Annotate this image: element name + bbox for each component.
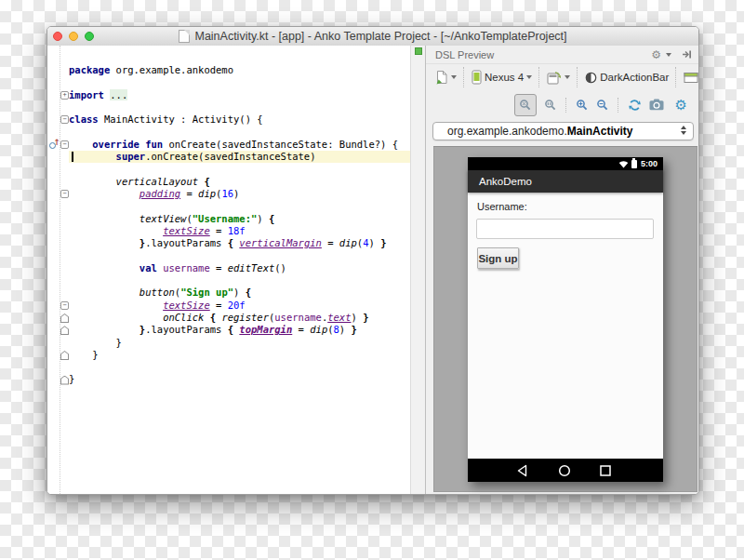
code-line[interactable] <box>69 163 410 175</box>
layout-file-icon <box>435 70 448 85</box>
code-line[interactable] <box>69 249 410 261</box>
hide-panel-icon[interactable] <box>682 49 692 60</box>
actionbar-config-button[interactable] <box>684 72 699 84</box>
layout-variant-button[interactable] <box>435 70 457 85</box>
orientation-selector[interactable] <box>547 71 570 85</box>
phone-action-bar: AnkoDemo <box>468 170 663 193</box>
code-line[interactable]: package org.example.ankodemo <box>69 64 410 76</box>
device-icon <box>472 70 482 85</box>
code-line[interactable]: button("Sign up") { <box>69 287 410 299</box>
code-line[interactable]: padding = dip(16) <box>69 188 410 200</box>
fold-end-icon[interactable] <box>60 313 69 323</box>
toolbar-separator <box>618 98 619 113</box>
fold-minus-icon[interactable]: − <box>60 115 69 124</box>
phone-nav-bar <box>468 459 663 482</box>
code-line[interactable]: }.layoutParams { topMargin = dip(8) } <box>69 324 410 336</box>
code-line[interactable] <box>69 126 410 138</box>
code-line[interactable]: textSize = 18f <box>69 225 410 237</box>
device-selector[interactable]: Nexus 4 <box>472 70 532 85</box>
inspection-status-icon[interactable] <box>415 47 422 55</box>
toolbar-separator <box>675 67 677 87</box>
phone-content: Username: Sign up <box>468 193 663 459</box>
code-line[interactable] <box>69 274 410 287</box>
preview-canvas: 5:00 AnkoDemo Username: Sign up <box>433 146 698 492</box>
toolbar-separator <box>463 67 465 87</box>
settings-button[interactable]: ⚙ <box>675 98 687 112</box>
fold-minus-icon[interactable]: − <box>60 140 69 149</box>
code-line[interactable]: } <box>69 349 410 361</box>
code-line[interactable]: super.onCreate(savedInstanceState) <box>69 151 410 163</box>
dsl-preview-header: DSL Preview ⚙ <box>426 46 698 64</box>
code-line[interactable] <box>69 101 410 113</box>
screenshot-button[interactable] <box>649 99 664 111</box>
toolbar-separator <box>565 98 567 113</box>
fold-end-icon[interactable] <box>60 351 69 360</box>
code-line[interactable] <box>69 200 410 212</box>
zoom-out-button[interactable] <box>596 99 609 112</box>
minimize-icon[interactable] <box>69 32 78 41</box>
code-line[interactable]: onClick { register(username.text) } <box>69 312 410 324</box>
zoom-fit-button[interactable] <box>514 94 537 116</box>
phone-status-bar: 5:00 <box>468 157 663 170</box>
window-titlebar[interactable]: MainActivity.kt - [app] - Anko Template … <box>47 27 698 47</box>
phone-preview: 5:00 AnkoDemo Username: Sign up <box>468 157 663 482</box>
fold-minus-icon[interactable]: − <box>60 301 69 310</box>
code-line[interactable]: verticalLayout { <box>69 176 410 188</box>
fold-plus-icon[interactable]: + <box>60 91 69 100</box>
back-icon <box>516 464 528 477</box>
combo-stepper-icon[interactable] <box>681 126 686 135</box>
code-line[interactable]: import ... <box>69 89 410 101</box>
code-line[interactable]: } <box>69 373 410 385</box>
ide-window: MainActivity.kt - [app] - Anko Template … <box>46 26 699 495</box>
fold-minus-icon[interactable]: − <box>60 190 69 198</box>
zoom-actual-button[interactable] <box>544 99 557 112</box>
recents-icon <box>599 464 612 477</box>
activity-selector[interactable]: org.example.ankodemo.MainActivity <box>432 122 694 140</box>
chevron-down-icon <box>451 75 457 79</box>
code-line[interactable]: class MainActivity : Activity() { <box>69 113 410 126</box>
actionbar-config-icon <box>684 72 698 84</box>
code-lines[interactable]: package org.example.ankodemoimport ...cl… <box>69 64 410 386</box>
orientation-icon <box>547 71 562 85</box>
gutter-fold-column: +−−−− <box>47 46 69 494</box>
traffic-lights <box>53 32 94 41</box>
fold-end-icon[interactable] <box>60 376 69 385</box>
zoom-out-icon <box>596 99 609 112</box>
code-line[interactable]: textSize = 20f <box>69 300 410 312</box>
document-icon <box>179 30 190 43</box>
text-caret <box>72 152 73 162</box>
editor-marker-bar[interactable] <box>410 46 426 494</box>
signup-button: Sign up <box>477 247 519 269</box>
toolbar-separator <box>538 67 540 87</box>
gear-icon[interactable]: ⚙ <box>651 49 661 60</box>
username-field <box>476 219 654 239</box>
fold-end-icon[interactable] <box>60 326 69 335</box>
dsl-preview-panel: DSL Preview ⚙ Nexus 4 <box>426 46 698 494</box>
close-icon[interactable] <box>53 32 62 41</box>
zoom-in-button[interactable] <box>576 99 589 112</box>
code-line[interactable]: }.layoutParams { verticalMargin = dip(4)… <box>69 237 410 249</box>
activity-package: org.example.ankodemo. <box>447 125 567 138</box>
code-line[interactable]: } <box>69 337 410 349</box>
code-editor[interactable]: +−−−− package org.example.ankodemoimport… <box>47 46 410 494</box>
overriding-method-icon[interactable] <box>49 140 60 150</box>
home-icon <box>558 464 571 477</box>
zoom-icon[interactable] <box>85 32 94 41</box>
theme-icon <box>585 72 597 84</box>
code-line[interactable]: textView("Username:") { <box>69 213 410 225</box>
code-line[interactable]: val username = editText() <box>69 262 410 274</box>
screenshot-icon <box>649 99 664 111</box>
preview-zoom-toolbar: ⚙ <box>426 91 698 118</box>
code-line[interactable] <box>69 76 410 88</box>
code-line[interactable] <box>69 361 410 373</box>
chevron-down-icon[interactable] <box>666 53 671 57</box>
code-line[interactable]: override fun onCreate(savedInstanceState… <box>69 139 410 151</box>
theme-selector[interactable]: DarkActionBar <box>585 72 669 84</box>
username-label: Username: <box>477 201 527 212</box>
chevron-down-icon <box>526 75 532 79</box>
preview-config-toolbar: Nexus 4 DarkActionBar » <box>426 63 698 91</box>
app-title: AnkoDemo <box>479 176 532 187</box>
refresh-button[interactable] <box>628 99 642 112</box>
activity-class: MainActivity <box>567 125 633 138</box>
zoom-actual-icon <box>544 99 557 112</box>
